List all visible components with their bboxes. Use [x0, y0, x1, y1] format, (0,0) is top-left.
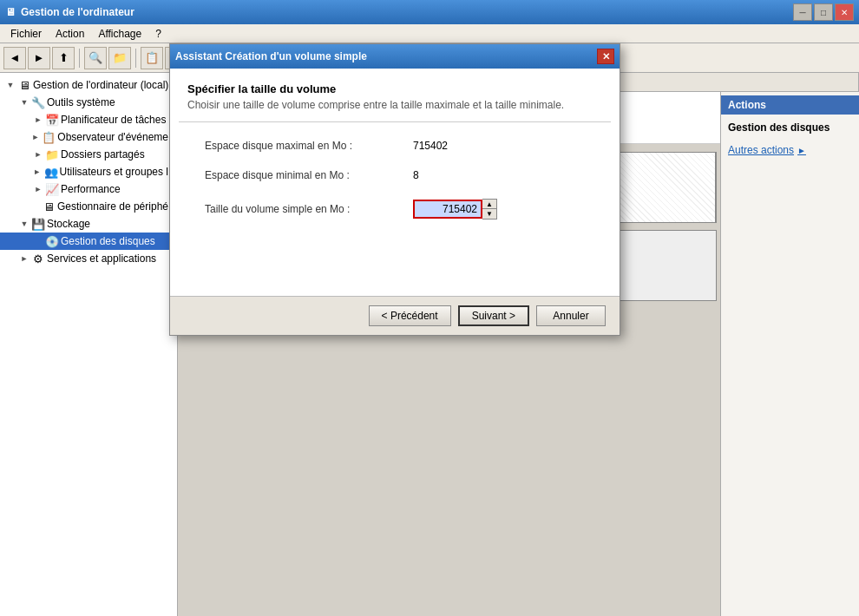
modal-footer: < Précédent Suivant > Annuler: [170, 296, 620, 335]
field-label-min: Espace disque minimal en Mo :: [205, 169, 413, 181]
spinner-input-taille: ▲ ▼: [413, 199, 497, 220]
modal-header-title: Spécifier la taille du volume: [187, 82, 602, 95]
modal-title-bar: Assistant Création d'un volume simple ✕: [170, 44, 620, 69]
field-row-max: Espace disque maximal en Mo : 715402: [205, 140, 585, 152]
modal-title-text: Assistant Création d'un volume simple: [175, 50, 367, 62]
spinner-down-button[interactable]: ▼: [482, 209, 496, 219]
prev-button[interactable]: < Précédent: [369, 305, 451, 326]
field-value-max: 715402: [413, 140, 448, 152]
spinner-up-button[interactable]: ▲: [482, 200, 496, 209]
modal-overlay: Assistant Création d'un volume simple ✕ …: [0, 0, 859, 616]
modal-header-subtitle: Choisir une taille de volume comprise en…: [187, 99, 602, 111]
modal-dialog: Assistant Création d'un volume simple ✕ …: [169, 43, 620, 336]
modal-header-section: Spécifier la taille du volume Choisir un…: [170, 69, 620, 121]
field-row-min: Espace disque minimal en Mo : 8: [205, 169, 585, 181]
cancel-button[interactable]: Annuler: [536, 305, 606, 326]
field-label-max: Espace disque maximal en Mo :: [205, 140, 413, 152]
modal-close-button[interactable]: ✕: [597, 49, 614, 64]
modal-content-section: Espace disque maximal en Mo : 715402 Esp…: [170, 122, 620, 296]
modal-body: Spécifier la taille du volume Choisir un…: [170, 69, 620, 335]
next-button[interactable]: Suivant >: [458, 305, 529, 326]
field-value-min: 8: [413, 169, 419, 181]
field-label-taille: Taille du volume simple en Mo :: [205, 203, 413, 215]
field-row-taille: Taille du volume simple en Mo : ▲ ▼: [205, 199, 585, 220]
spinner-buttons: ▲ ▼: [482, 199, 497, 220]
taille-input[interactable]: [413, 200, 482, 219]
